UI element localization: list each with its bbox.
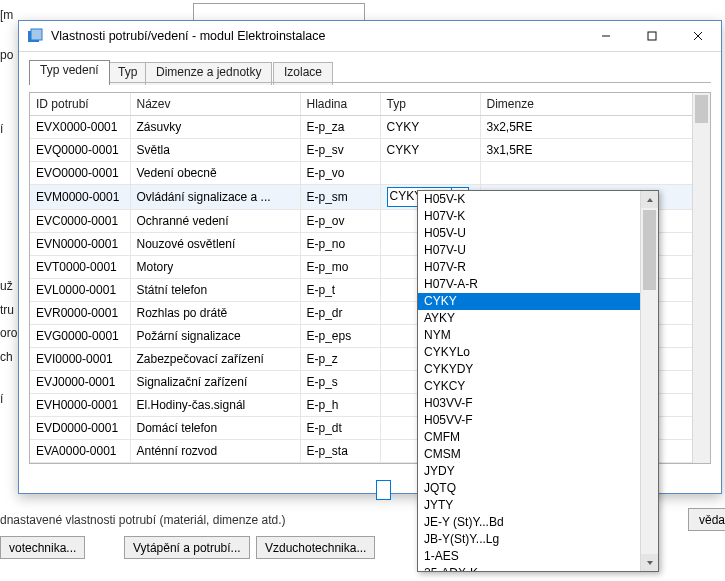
scroll-thumb[interactable] bbox=[695, 95, 708, 123]
cell-h[interactable]: E-p_z bbox=[300, 348, 380, 371]
cell-id[interactable]: EVH0000-0001 bbox=[30, 394, 130, 417]
cell-h[interactable]: E-p_sm bbox=[300, 185, 380, 210]
dropdown-item[interactable]: JB-Y(St)Y...Lg bbox=[418, 531, 641, 548]
minimize-button[interactable] bbox=[583, 21, 629, 51]
cell-id[interactable]: EVD0000-0001 bbox=[30, 417, 130, 440]
dropdown-item[interactable]: JQTQ bbox=[418, 480, 641, 497]
stray-input[interactable] bbox=[376, 480, 391, 500]
button-vzduchotechnika[interactable]: Vzduchotechnika... bbox=[256, 536, 375, 559]
col-dim[interactable]: Dimenze bbox=[480, 93, 693, 116]
dropdown-item[interactable]: 1-AES bbox=[418, 548, 641, 565]
dropdown-item[interactable]: CYKCY bbox=[418, 378, 641, 395]
dropdown-item[interactable]: JE-Y (St)Y...Bd bbox=[418, 514, 641, 531]
cell-id[interactable]: EVX0000-0001 bbox=[30, 116, 130, 139]
cell-h[interactable]: E-p_mo bbox=[300, 256, 380, 279]
cell-name[interactable]: Dálnopis bbox=[130, 463, 300, 465]
cell-name[interactable]: Světla bbox=[130, 139, 300, 162]
dropdown-scrollbar[interactable] bbox=[640, 191, 658, 571]
cell-h[interactable]: E-p_no bbox=[300, 233, 380, 256]
dropdown-item[interactable]: CYKYDY bbox=[418, 361, 641, 378]
cell-id[interactable]: EVG0000-0001 bbox=[30, 325, 130, 348]
dropdown-item[interactable]: 25-ADX-K bbox=[418, 565, 641, 571]
button-votechnika[interactable]: votechnika... bbox=[0, 536, 85, 559]
maximize-button[interactable] bbox=[629, 21, 675, 51]
col-typ[interactable]: Typ bbox=[380, 93, 480, 116]
table-row[interactable]: EVQ0000-0001SvětlaE-p_svCYKY3x1,5RE bbox=[30, 139, 693, 162]
dropdown-item[interactable]: H05VV-F bbox=[418, 412, 641, 429]
cell-typ[interactable] bbox=[380, 162, 480, 185]
scroll-down-icon[interactable] bbox=[641, 554, 658, 571]
cell-h[interactable]: E-p_dr bbox=[300, 302, 380, 325]
cell-dim[interactable]: 3x2,5RE bbox=[480, 116, 693, 139]
cell-h[interactable]: E-p_vo bbox=[300, 162, 380, 185]
cell-dim[interactable] bbox=[480, 162, 693, 185]
dropdown-item[interactable]: H07V-A-R bbox=[418, 276, 641, 293]
cell-name[interactable]: Zabezpečovací zařízení bbox=[130, 348, 300, 371]
cell-h[interactable]: E-p_h bbox=[300, 394, 380, 417]
table-row[interactable]: EVX0000-0001ZásuvkyE-p_zaCYKY3x2,5RE bbox=[30, 116, 693, 139]
cell-h[interactable]: E-p_d bbox=[300, 463, 380, 465]
dropdown-item[interactable]: AYKY bbox=[418, 310, 641, 327]
dropdown-item[interactable]: H03VV-F bbox=[418, 395, 641, 412]
table-row[interactable]: EVO0000-0001Vedení obecněE-p_vo bbox=[30, 162, 693, 185]
grid-scrollbar[interactable] bbox=[692, 93, 710, 463]
help-button[interactable]: věda bbox=[688, 508, 725, 531]
cell-id[interactable]: EVA0000-0001 bbox=[30, 440, 130, 463]
dropdown-item[interactable]: CMFM bbox=[418, 429, 641, 446]
close-button[interactable] bbox=[675, 21, 721, 51]
cell-name[interactable]: El.Hodiny-čas.signál bbox=[130, 394, 300, 417]
cell-name[interactable]: Vedení obecně bbox=[130, 162, 300, 185]
titlebar[interactable]: Vlastnosti potrubí/vedení - modul Elektr… bbox=[19, 21, 721, 52]
cell-h[interactable]: E-p_dt bbox=[300, 417, 380, 440]
col-name[interactable]: Název bbox=[130, 93, 300, 116]
cell-h[interactable]: E-p_sta bbox=[300, 440, 380, 463]
dropdown-item[interactable]: JYTY bbox=[418, 497, 641, 514]
dropdown-item[interactable]: CYKY bbox=[418, 293, 641, 310]
dropdown-item[interactable]: NYM bbox=[418, 327, 641, 344]
dropdown-item[interactable]: H05V-K bbox=[418, 191, 641, 208]
cell-id[interactable]: EVM0000-0001 bbox=[30, 185, 130, 210]
cell-h[interactable]: E-p_t bbox=[300, 279, 380, 302]
cell-typ[interactable]: CYKY bbox=[380, 139, 480, 162]
cell-id[interactable]: EVC0000-0001 bbox=[30, 210, 130, 233]
cell-h[interactable]: E-p_eps bbox=[300, 325, 380, 348]
cell-h[interactable]: E-p_s bbox=[300, 371, 380, 394]
dropdown-item[interactable]: H07V-K bbox=[418, 208, 641, 225]
cell-name[interactable]: Nouzové osvětlení bbox=[130, 233, 300, 256]
cell-id[interactable]: EVJ0000-0001 bbox=[30, 371, 130, 394]
cell-id[interactable]: EVT0000-0001 bbox=[30, 256, 130, 279]
cell-id[interactable]: EVQ0000-0001 bbox=[30, 139, 130, 162]
col-layer[interactable]: Hladina bbox=[300, 93, 380, 116]
cell-id[interactable]: EVR0000-0001 bbox=[30, 302, 130, 325]
dropdown-item[interactable]: H05V-U bbox=[418, 225, 641, 242]
cell-id[interactable]: EVI0000-0001 bbox=[30, 348, 130, 371]
cell-name[interactable]: Požární signalizace bbox=[130, 325, 300, 348]
cell-name[interactable]: Signalizační zařízení bbox=[130, 371, 300, 394]
cell-name[interactable]: Ochranné vedení bbox=[130, 210, 300, 233]
scroll-thumb[interactable] bbox=[643, 210, 656, 290]
cell-id[interactable]: EVL0000-0001 bbox=[30, 279, 130, 302]
cell-h[interactable]: E-p_sv bbox=[300, 139, 380, 162]
dropdown-item[interactable]: CYKYLo bbox=[418, 344, 641, 361]
cell-name[interactable]: Domácí telefon bbox=[130, 417, 300, 440]
dropdown-item[interactable]: JYDY bbox=[418, 463, 641, 480]
dropdown-item[interactable]: H07V-U bbox=[418, 242, 641, 259]
cell-name[interactable]: Anténní rozvod bbox=[130, 440, 300, 463]
tab-typ-vedeni[interactable]: Typ vedení bbox=[29, 60, 110, 85]
button-vytapeni[interactable]: Vytápění a potrubí... bbox=[124, 536, 250, 559]
typ-dropdown[interactable]: H05V-KH07V-KH05V-UH07V-UH07V-RH07V-A-RCY… bbox=[417, 190, 659, 572]
cell-h[interactable]: E-p_za bbox=[300, 116, 380, 139]
cell-name[interactable]: Motory bbox=[130, 256, 300, 279]
cell-id[interactable]: EVN0000-0001 bbox=[30, 233, 130, 256]
dropdown-item[interactable]: CMSM bbox=[418, 446, 641, 463]
cell-typ[interactable]: CYKY bbox=[380, 116, 480, 139]
cell-name[interactable]: Rozhlas po drátě bbox=[130, 302, 300, 325]
cell-dim[interactable]: 3x1,5RE bbox=[480, 139, 693, 162]
cell-name[interactable]: Ovládání signalizace a ... bbox=[130, 185, 300, 210]
cell-id[interactable]: EVP0000-0001 bbox=[30, 463, 130, 465]
col-id[interactable]: ID potrubí bbox=[30, 93, 130, 116]
dropdown-item[interactable]: H07V-R bbox=[418, 259, 641, 276]
cell-id[interactable]: EVO0000-0001 bbox=[30, 162, 130, 185]
scroll-up-icon[interactable] bbox=[641, 191, 658, 208]
cell-name[interactable]: Zásuvky bbox=[130, 116, 300, 139]
